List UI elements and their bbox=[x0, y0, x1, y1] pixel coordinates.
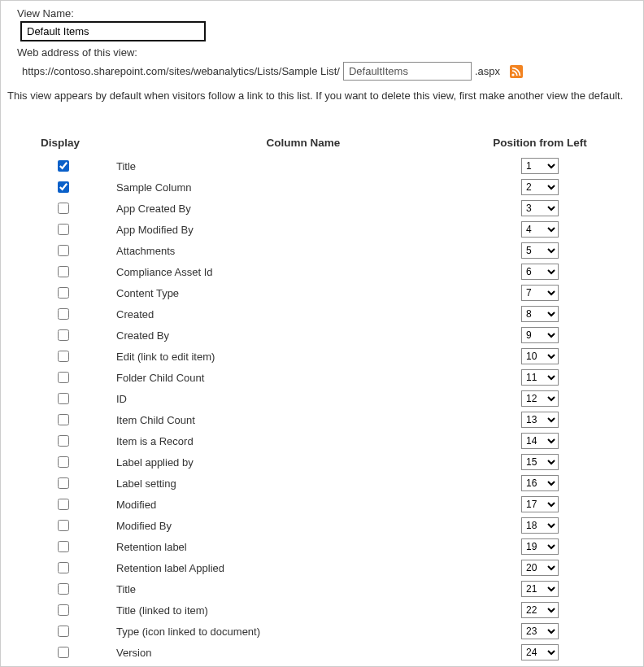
column-name: Label setting bbox=[116, 473, 490, 494]
table-row: Modified By12345678910111213141516171819… bbox=[40, 515, 590, 536]
table-row: Created By123456789101112131415161718192… bbox=[40, 325, 590, 346]
table-row: Modified12345678910111213141516171819202… bbox=[40, 494, 590, 515]
position-select[interactable]: 123456789101112131415161718192021222324 bbox=[521, 496, 559, 512]
table-row: Retention label Applied12345678910111213… bbox=[40, 557, 590, 578]
column-name: Label applied by bbox=[116, 451, 490, 473]
display-checkbox[interactable] bbox=[58, 477, 69, 489]
display-checkbox[interactable] bbox=[58, 393, 69, 404]
position-select[interactable]: 123456789101112131415161718192021222324 bbox=[521, 200, 559, 216]
position-select[interactable]: 123456789101112131415161718192021222324 bbox=[521, 327, 559, 343]
display-checkbox[interactable] bbox=[58, 181, 69, 193]
position-select[interactable]: 123456789101112131415161718192021222324 bbox=[521, 412, 559, 428]
view-description: This view appears by default when visito… bbox=[7, 89, 637, 103]
table-row: Title12345678910111213141516171819202122… bbox=[40, 155, 590, 177]
column-name: Item is a Record bbox=[116, 430, 490, 451]
position-select[interactable]: 123456789101112131415161718192021222324 bbox=[521, 264, 559, 280]
column-name: App Created By bbox=[116, 198, 490, 219]
position-select[interactable]: 123456789101112131415161718192021222324 bbox=[521, 538, 559, 555]
web-address-prefix: https://contoso.sharepoint.com/sites/web… bbox=[22, 65, 340, 77]
position-select[interactable]: 123456789101112131415161718192021222324 bbox=[521, 433, 559, 449]
column-name: Retention label bbox=[116, 536, 490, 557]
column-name: Modified bbox=[116, 494, 490, 515]
column-name: Title bbox=[116, 578, 490, 599]
position-select[interactable]: 123456789101112131415161718192021222324 bbox=[521, 158, 559, 174]
display-checkbox[interactable] bbox=[58, 541, 69, 552]
table-row: Item is a Record123456789101112131415161… bbox=[40, 430, 590, 451]
display-checkbox[interactable] bbox=[58, 435, 69, 447]
table-row: ID12345678910111213141516171819202122232… bbox=[40, 388, 590, 409]
position-select[interactable]: 123456789101112131415161718192021222324 bbox=[521, 179, 559, 195]
position-select[interactable]: 123456789101112131415161718192021222324 bbox=[521, 560, 559, 576]
display-checkbox[interactable] bbox=[58, 499, 69, 510]
display-checkbox[interactable] bbox=[58, 351, 69, 362]
column-name: Attachments bbox=[116, 240, 490, 261]
table-row: Edit (link to edit item)1234567891011121… bbox=[40, 346, 590, 367]
display-checkbox[interactable] bbox=[58, 287, 69, 299]
column-name: Retention label Applied bbox=[116, 557, 490, 578]
display-checkbox[interactable] bbox=[58, 266, 69, 277]
columns-table: Display Column Name Position from Left T… bbox=[40, 136, 590, 663]
position-select[interactable]: 123456789101112131415161718192021222324 bbox=[521, 454, 559, 470]
svg-point-1 bbox=[511, 73, 514, 76]
table-row: Item Child Count123456789101112131415161… bbox=[40, 409, 590, 430]
display-checkbox[interactable] bbox=[58, 372, 69, 383]
column-name: Edit (link to edit item) bbox=[116, 346, 490, 367]
column-name: Created bbox=[116, 303, 490, 325]
display-checkbox[interactable] bbox=[58, 203, 69, 214]
column-name: Sample Column bbox=[116, 177, 490, 198]
table-row: Title (linked to item)123456789101112131… bbox=[40, 599, 590, 621]
column-name: Title (linked to item) bbox=[116, 599, 490, 621]
rss-icon[interactable] bbox=[510, 65, 523, 78]
column-name: Item Child Count bbox=[116, 409, 490, 430]
table-row: Retention label1234567891011121314151617… bbox=[40, 536, 590, 557]
position-select[interactable]: 123456789101112131415161718192021222324 bbox=[521, 221, 559, 238]
position-select[interactable]: 123456789101112131415161718192021222324 bbox=[521, 517, 559, 534]
header-position: Position from Left bbox=[490, 136, 590, 155]
display-checkbox[interactable] bbox=[58, 329, 69, 341]
position-select[interactable]: 123456789101112131415161718192021222324 bbox=[521, 644, 559, 660]
position-select[interactable]: 123456789101112131415161718192021222324 bbox=[521, 242, 559, 259]
display-checkbox[interactable] bbox=[58, 626, 69, 637]
display-checkbox[interactable] bbox=[58, 308, 69, 320]
table-row: App Created By12345678910111213141516171… bbox=[40, 198, 590, 219]
column-name: Title bbox=[116, 155, 490, 177]
table-row: Title12345678910111213141516171819202122… bbox=[40, 578, 590, 599]
position-select[interactable]: 123456789101112131415161718192021222324 bbox=[521, 602, 559, 618]
position-select[interactable]: 123456789101112131415161718192021222324 bbox=[521, 306, 559, 322]
position-select[interactable]: 123456789101112131415161718192021222324 bbox=[521, 581, 559, 597]
position-select[interactable]: 123456789101112131415161718192021222324 bbox=[521, 285, 559, 301]
column-name: Compliance Asset Id bbox=[116, 261, 490, 282]
display-checkbox[interactable] bbox=[58, 562, 69, 573]
header-column-name: Column Name bbox=[116, 136, 490, 155]
table-row: Folder Child Count1234567891011121314151… bbox=[40, 367, 590, 388]
display-checkbox[interactable] bbox=[58, 647, 69, 658]
position-select[interactable]: 123456789101112131415161718192021222324 bbox=[521, 390, 559, 407]
table-row: Attachments12345678910111213141516171819… bbox=[40, 240, 590, 261]
view-settings-panel: View Name: Web address of this view: htt… bbox=[0, 0, 644, 667]
column-name: App Modified By bbox=[116, 219, 490, 240]
display-checkbox[interactable] bbox=[58, 604, 69, 616]
position-select[interactable]: 123456789101112131415161718192021222324 bbox=[521, 623, 559, 639]
display-checkbox[interactable] bbox=[58, 520, 69, 531]
web-address-line: https://contoso.sharepoint.com/sites/web… bbox=[22, 62, 637, 81]
display-checkbox[interactable] bbox=[58, 224, 69, 235]
display-checkbox[interactable] bbox=[58, 456, 69, 468]
column-name: Folder Child Count bbox=[116, 367, 490, 388]
table-row: Sample Column123456789101112131415161718… bbox=[40, 177, 590, 198]
table-row: Label setting123456789101112131415161718… bbox=[40, 473, 590, 494]
column-name: Content Type bbox=[116, 282, 490, 303]
table-row: Created123456789101112131415161718192021… bbox=[40, 303, 590, 325]
web-address-slug-input[interactable] bbox=[343, 62, 472, 81]
position-select[interactable]: 123456789101112131415161718192021222324 bbox=[521, 348, 559, 364]
display-checkbox[interactable] bbox=[58, 160, 69, 172]
table-row: Label applied by123456789101112131415161… bbox=[40, 451, 590, 473]
display-checkbox[interactable] bbox=[58, 583, 69, 595]
position-select[interactable]: 123456789101112131415161718192021222324 bbox=[521, 369, 559, 386]
display-checkbox[interactable] bbox=[58, 414, 69, 425]
table-row: Content Type1234567891011121314151617181… bbox=[40, 282, 590, 303]
display-checkbox[interactable] bbox=[58, 245, 69, 256]
column-name: Type (icon linked to document) bbox=[116, 621, 490, 642]
view-name-input[interactable] bbox=[20, 21, 206, 41]
position-select[interactable]: 123456789101112131415161718192021222324 bbox=[521, 475, 559, 491]
table-row: Compliance Asset Id123456789101112131415… bbox=[40, 261, 590, 282]
